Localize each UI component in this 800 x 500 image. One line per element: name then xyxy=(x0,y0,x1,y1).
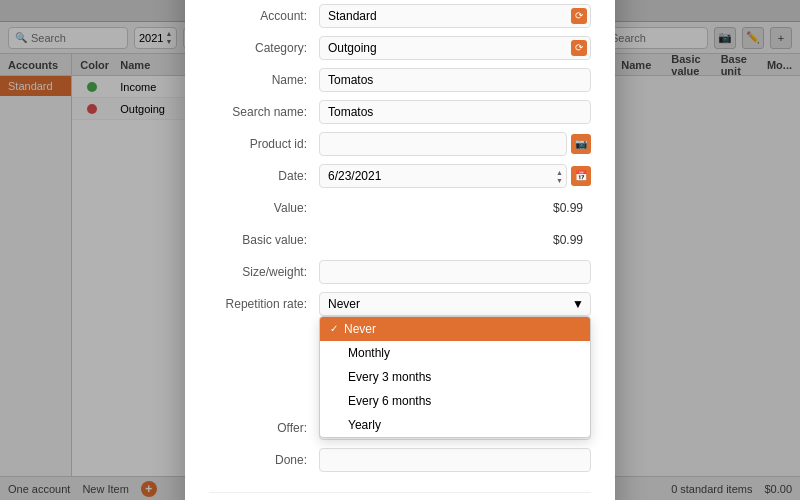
calendar-icon[interactable]: 📅 xyxy=(571,166,591,186)
name-input[interactable] xyxy=(319,68,591,92)
category-label: Category: xyxy=(209,41,319,55)
dropdown-label-monthly: Monthly xyxy=(348,346,390,360)
date-input[interactable] xyxy=(319,164,567,188)
repetition-rate-label: Repetition rate: xyxy=(209,297,319,311)
search-name-row: Search name: xyxy=(209,100,591,124)
new-item-modal: New item Account: Standard ▼ ⟳ Category:… xyxy=(185,0,615,500)
date-label: Date: xyxy=(209,169,319,183)
name-row: Name: xyxy=(209,68,591,92)
repetition-rate-row: Repetition rate: Never ▼ ✓ Never Monthly xyxy=(209,292,591,316)
date-row: Date: ▲ ▼ 📅 xyxy=(209,164,591,188)
value-display: $0.99 xyxy=(319,201,591,215)
done-row: Done: xyxy=(209,448,591,472)
account-field[interactable]: Standard ▼ ⟳ xyxy=(319,4,591,28)
product-id-input[interactable] xyxy=(319,132,567,156)
date-stepper[interactable]: ▲ ▼ xyxy=(556,168,563,183)
date-field[interactable]: ▲ ▼ 📅 xyxy=(319,164,591,188)
account-value: Standard xyxy=(328,9,377,23)
category-value: Outgoing xyxy=(328,41,377,55)
offer-label: Offer: xyxy=(209,421,319,435)
value-row: Value: $0.99 xyxy=(209,196,591,220)
repetition-rate-arrow: ▼ xyxy=(572,297,584,311)
product-id-field[interactable]: 📷 xyxy=(319,132,591,156)
dropdown-label-yearly: Yearly xyxy=(348,418,381,432)
dropdown-item-yearly[interactable]: Yearly xyxy=(320,413,590,437)
product-id-camera-icon[interactable]: 📷 xyxy=(571,134,591,154)
dropdown-label-every3months: Every 3 months xyxy=(348,370,431,384)
repetition-rate-value: Never xyxy=(328,297,360,311)
size-weight-row: Size/weight: xyxy=(209,260,591,284)
size-weight-field[interactable] xyxy=(319,260,591,284)
value-label: Value: xyxy=(209,201,319,215)
done-field[interactable] xyxy=(319,448,591,472)
value-field[interactable]: $0.99 xyxy=(319,201,591,215)
search-name-input[interactable] xyxy=(319,100,591,124)
check-icon: ✓ xyxy=(330,323,338,334)
dropdown-item-every6months[interactable]: Every 6 months xyxy=(320,389,590,413)
account-select[interactable]: Standard ▼ xyxy=(319,4,591,28)
size-weight-input[interactable] xyxy=(319,260,591,284)
product-id-label: Product id: xyxy=(209,137,319,151)
dropdown-label-never: Never xyxy=(344,322,376,336)
category-field[interactable]: Outgoing ▼ ⟳ xyxy=(319,36,591,60)
dropdown-item-never[interactable]: ✓ Never xyxy=(320,317,590,341)
modal-footer: Cancel Create and new Create xyxy=(209,492,591,501)
category-row: Category: Outgoing ▼ ⟳ xyxy=(209,36,591,60)
dropdown-item-monthly[interactable]: Monthly xyxy=(320,341,590,365)
account-label: Account: xyxy=(209,9,319,23)
product-id-row: Product id: 📷 xyxy=(209,132,591,156)
category-select[interactable]: Outgoing ▼ xyxy=(319,36,591,60)
account-orange-icon[interactable]: ⟳ xyxy=(571,8,587,24)
name-field[interactable] xyxy=(319,68,591,92)
basic-value-row: Basic value: $0.99 xyxy=(209,228,591,252)
size-weight-label: Size/weight: xyxy=(209,265,319,279)
account-row: Account: Standard ▼ ⟳ xyxy=(209,4,591,28)
date-input-wrap[interactable]: ▲ ▼ xyxy=(319,164,567,188)
search-name-label: Search name: xyxy=(209,105,319,119)
basic-value-label: Basic value: xyxy=(209,233,319,247)
basic-value-display: $0.99 xyxy=(319,233,591,247)
modal-overlay: New item Account: Standard ▼ ⟳ Category:… xyxy=(0,0,800,500)
name-label: Name: xyxy=(209,73,319,87)
repetition-rate-select[interactable]: Never ▼ xyxy=(319,292,591,316)
repetition-rate-field[interactable]: Never ▼ ✓ Never Monthly Every 3 mo xyxy=(319,292,591,316)
done-input[interactable] xyxy=(319,448,591,472)
done-label: Done: xyxy=(209,453,319,467)
repetition-rate-dropdown[interactable]: ✓ Never Monthly Every 3 months Every 6 m… xyxy=(319,316,591,438)
dropdown-item-every3months[interactable]: Every 3 months xyxy=(320,365,590,389)
date-down-arrow[interactable]: ▼ xyxy=(556,176,563,183)
basic-value-field[interactable]: $0.99 xyxy=(319,233,591,247)
category-orange-icon[interactable]: ⟳ xyxy=(571,40,587,56)
search-name-field[interactable] xyxy=(319,100,591,124)
date-up-arrow[interactable]: ▲ xyxy=(556,168,563,175)
dropdown-label-every6months: Every 6 months xyxy=(348,394,431,408)
